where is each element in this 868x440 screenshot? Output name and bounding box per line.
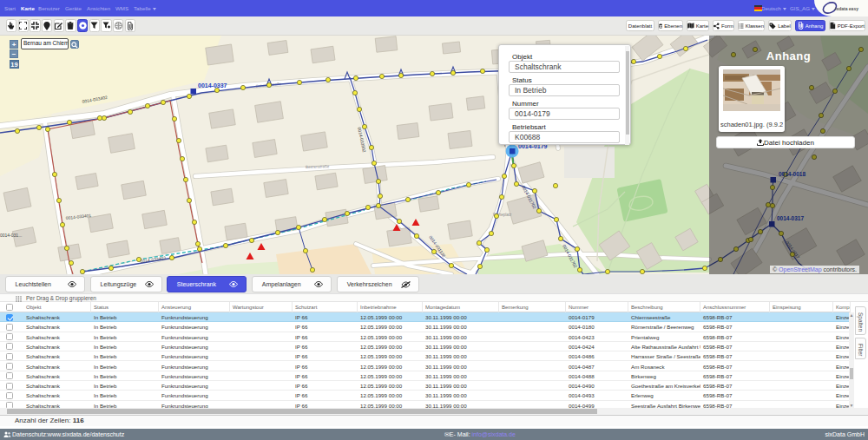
svg-text:ixdata easy: ixdata easy [835,6,858,11]
svg-text:0014-031...: 0014-031... [0,233,22,238]
svg-text:0014-0337: 0014-0337 [198,82,227,89]
svg-text:Beerenstraße: Beerenstraße [306,164,330,169]
